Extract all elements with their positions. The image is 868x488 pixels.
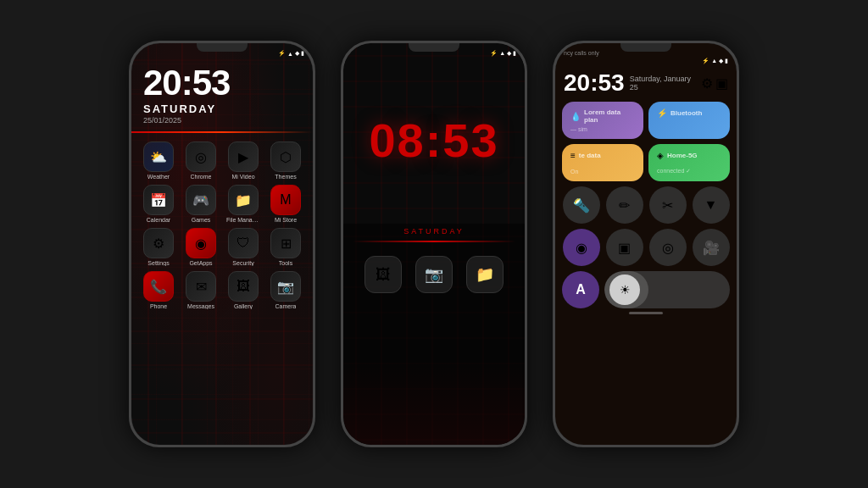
app-icon-label: Games — [192, 217, 211, 223]
cc-tile-icon: ≡ — [570, 151, 576, 160]
lock-app-row: 🖼📷📁 — [356, 247, 512, 302]
app-icon-img: ▶ — [228, 141, 259, 172]
cc-date: Saturday, January 25 — [630, 75, 696, 92]
cc-a-label: A — [576, 282, 586, 297]
lock-time-big: 08:53 — [369, 113, 498, 168]
lock-day-label: SATURDAY — [403, 227, 465, 236]
cc-small-tile-1[interactable]: ✏ — [606, 186, 643, 224]
lock-status: ⚡ ▲ ◆ ▮ — [343, 43, 525, 57]
cc-tile-label: Home-5G — [667, 152, 698, 159]
cc-time-row: 20:53 Saturday, January 25 ⚙ ▣ — [555, 69, 737, 97]
app-icon-img: 📷 — [270, 271, 301, 302]
cc-bottom-row: A ☀ — [555, 271, 737, 308]
app-icon-label: GetApps — [189, 260, 212, 266]
cc-small-tile-3[interactable]: ▼ — [693, 186, 730, 224]
app-icon-label: Mi Store — [275, 217, 297, 223]
app-icon-file-manager[interactable]: 📁 File Manager — [225, 185, 262, 223]
cc-tile-icon: 💧 — [570, 112, 581, 121]
lock-divider — [353, 241, 516, 242]
cc-small-tile-6[interactable]: ◎ — [649, 229, 687, 266]
app-icon-chrome[interactable]: ◎ Chrome — [182, 141, 220, 180]
lock-app-icon[interactable]: 📁 — [466, 256, 504, 293]
app-icon-img: M — [270, 185, 301, 215]
app-icon-label: File Manager — [226, 217, 260, 223]
app-icon-label: Security — [232, 260, 253, 266]
app-icon-img: 📁 — [228, 185, 259, 215]
cc-tile-bluetooth[interactable]: ⚡ Bluetooth — [648, 102, 730, 139]
cc-small-tile-5[interactable]: ▣ — [606, 229, 643, 266]
app-icon-themes[interactable]: ⬡ Themes — [267, 141, 304, 180]
app-icon-camera[interactable]: 📷 Camera — [267, 271, 304, 309]
app-grid-1: ⛅ Weather ◎ Chrome ▶ Mi Video ⬡ Themes 📅… — [131, 136, 313, 314]
cc-tile-sub: — sim — [570, 126, 635, 132]
wifi-icon: ▲ — [287, 51, 293, 57]
app-icon-calendar[interactable]: 📅 Calendar — [140, 185, 177, 223]
app-icon-img: 🖼 — [228, 271, 259, 302]
cc-tile-label: Bluetooth — [670, 109, 702, 117]
cc-small-tile-2[interactable]: ✂ — [649, 186, 687, 224]
cc-icons-right: ⚙ ▣ — [701, 75, 728, 92]
app-icon-img: ◎ — [186, 141, 216, 172]
app-icon-messages[interactable]: ✉ Messages — [182, 271, 220, 309]
app-icon-label: Tools — [279, 260, 292, 266]
lock-bottom: SATURDAY 🖼📷📁 — [343, 224, 525, 445]
cc-small-tile-7[interactable]: 🎥 — [693, 229, 730, 266]
app-icon-phone[interactable]: 📞 Phone — [140, 271, 177, 309]
lock-app-icon[interactable]: 📷 — [415, 256, 453, 293]
app-icon-weather[interactable]: ⛅ Weather — [140, 141, 177, 180]
app-icon-img: 📞 — [143, 271, 174, 302]
lock-app-icon[interactable]: 🖼 — [364, 256, 402, 293]
cc-tile-te-data[interactable]: ≡ te data On — [562, 144, 643, 181]
phone-1: ⚡ ▲ ◆ ▮ 20:53 SATURDAY 25/01/2025 ⛅ Weat… — [129, 41, 315, 447]
app-icon-mi-store[interactable]: M Mi Store — [267, 185, 304, 223]
app-icon-label: Mi Video — [231, 174, 254, 180]
app-icon-settings[interactable]: ⚙ Settings — [140, 228, 177, 266]
status-bar-1: ⚡ ▲ ◆ ▮ — [131, 43, 313, 58]
status-icons-1: ⚡ ▲ ◆ ▮ — [278, 50, 304, 57]
app-icon-mi-video[interactable]: ▶ Mi Video — [225, 141, 262, 180]
lock-bottom-circuit — [343, 360, 525, 445]
app-icon-label: Phone — [150, 303, 167, 309]
app-icon-img: ✉ — [186, 271, 216, 302]
clock-date-1: 25/01/2025 — [143, 116, 301, 125]
lock-status-icons: ⚡ ▲ ◆ ▮ — [490, 50, 516, 57]
cc-tile-lorem-data-plan[interactable]: 💧 Lorem data plan — sim — [562, 102, 643, 139]
lock-top: ⚡ ▲ ◆ ▮ 08:53 — [343, 43, 525, 224]
app-icon-label: Weather — [147, 174, 170, 180]
cc-status-icons: ⚡ ▲ ◆ ▮ — [702, 58, 728, 64]
app-icon-img: ⚙ — [143, 228, 174, 258]
phone-3: ncy calls only ⚡ ▲ ◆ ▮ 20:53 Saturday, J… — [553, 41, 739, 447]
cc-home-indicator — [629, 312, 663, 314]
cc-brightness-slider[interactable]: ☀ — [604, 271, 730, 308]
app-icon-img: 📅 — [143, 185, 174, 215]
cc-tile-label: Lorem data plan — [584, 108, 635, 124]
app-icon-label: Themes — [275, 174, 296, 180]
app-icon-tools[interactable]: ⊞ Tools — [267, 228, 304, 266]
app-icon-img: ◉ — [186, 228, 216, 258]
cc-a-button[interactable]: A — [562, 271, 599, 308]
clock-time-1: 20:53 — [143, 65, 301, 101]
cc-tile-icon: ◈ — [657, 151, 664, 160]
app-icon-gallery[interactable]: 🖼 Gallery — [225, 271, 262, 309]
app-icon-img: 🛡 — [228, 228, 259, 258]
cc-gear-icon[interactable]: ⚙ — [701, 75, 713, 92]
app-icon-img: ⊞ — [270, 228, 301, 258]
cc-tile-icon: ⚡ — [657, 108, 667, 118]
app-icon-games[interactable]: 🎮 Games — [182, 185, 220, 223]
cc-brightness-knob[interactable]: ☀ — [609, 274, 640, 305]
cc-small-tile-4[interactable]: ◉ — [563, 229, 600, 266]
clock-day-1: SATURDAY — [143, 103, 301, 115]
bt-icon: ⚡ — [278, 50, 286, 57]
app-icon-label: Chrome — [191, 174, 212, 180]
app-icon-label: Calendar — [147, 217, 170, 223]
cc-small-grid: 🔦✏✂▼◉▣◎🎥 — [555, 186, 737, 266]
app-icon-img: ⬡ — [270, 141, 301, 172]
battery-icon: ▮ — [301, 50, 304, 57]
app-icon-getapps[interactable]: ◉ GetApps — [182, 228, 220, 266]
cc-status-bar: ⚡ ▲ ◆ ▮ — [564, 58, 728, 64]
cc-tile-home-5g[interactable]: ◈ Home-5G connected ✓ — [648, 144, 730, 181]
app-icon-security[interactable]: 🛡 Security — [225, 228, 262, 266]
red-divider-1 — [131, 131, 313, 133]
cc-header: ncy calls only ⚡ ▲ ◆ ▮ — [555, 43, 737, 68]
cc-small-tile-0[interactable]: 🔦 — [563, 186, 600, 224]
